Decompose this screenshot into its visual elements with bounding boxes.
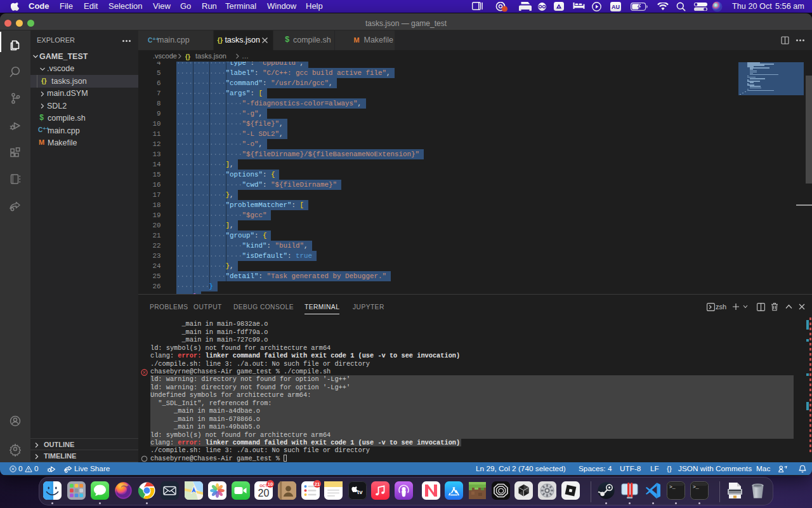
svg-text:tv: tv [357,488,363,495]
svg-text:10: 10 [268,481,273,486]
svg-text:AU: AU [612,4,620,10]
svg-text:>_: >_ [669,483,676,489]
svg-text:>_: >_ [693,483,699,489]
svg-text:21: 21 [315,481,320,486]
svg-text:20: 20 [258,488,270,498]
